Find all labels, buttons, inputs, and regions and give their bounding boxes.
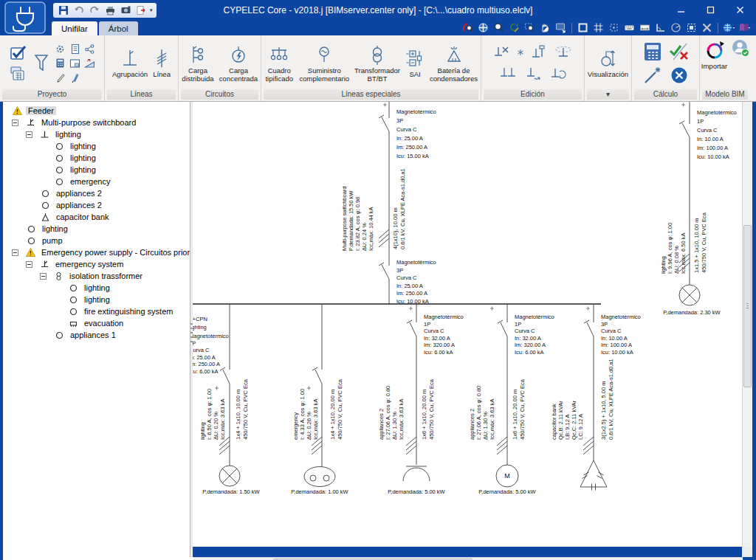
- vertical-scrollbar[interactable]: [742, 102, 752, 547]
- cancel-results-button[interactable]: [668, 66, 690, 85]
- mirror-element-icon[interactable]: [546, 64, 568, 83]
- tree-item-emergency-system[interactable]: emergency system: [3, 258, 190, 270]
- tree-item-pump[interactable]: pump: [3, 235, 190, 246]
- collapse-box[interactable]: [12, 249, 18, 256]
- svg-text:1x6 + 1x10, 20.00 m450/750 V,: 1x6 + 1x10, 20.00 m450/750 V, Cu, PVC Ec…: [421, 378, 435, 440]
- protractor-icon[interactable]: [669, 21, 683, 34]
- tree-item-capacitor-bank[interactable]: capacitor bank: [3, 211, 190, 223]
- general-data-button[interactable]: [7, 44, 30, 63]
- close-button[interactable]: [725, 0, 755, 19]
- lamp-branch-load-label: P,demandada: 2.30 kW: [663, 309, 721, 316]
- edit-pencil-icon[interactable]: [53, 71, 67, 84]
- minimize-button[interactable]: [666, 0, 695, 19]
- circuit-tree-panel: Feeder Multi-purpose switchboard lightin…: [3, 102, 190, 557]
- check-circuits-button[interactable]: [668, 42, 690, 61]
- transformador-btbt-button[interactable]: Transformador BT/BT: [353, 43, 402, 83]
- paste-special-icon[interactable]: [684, 21, 698, 34]
- suministro-complementario-button[interactable]: Suministro complementario: [298, 43, 351, 83]
- cuadro-tipificado-button[interactable]: Cuadro tipificado: [263, 43, 295, 83]
- bateria-condensadores-button[interactable]: Batería de condensadores: [428, 43, 479, 83]
- language-globe-icon[interactable]: [722, 21, 736, 34]
- tools-icon[interactable]: [700, 21, 714, 34]
- bimserver-user-avatar[interactable]: [731, 38, 750, 58]
- snap-icon[interactable]: [607, 21, 621, 34]
- frame-icon[interactable]: [576, 21, 590, 34]
- tree-item-feeder[interactable]: Feeder: [3, 105, 190, 117]
- carga-distribuida-button[interactable]: Carga distribuida: [180, 43, 216, 83]
- collapse-box[interactable]: [26, 261, 32, 268]
- collapse-box[interactable]: [12, 120, 18, 126]
- redraw-icon[interactable]: [507, 21, 521, 34]
- tree-item-multipurpose-switchboard[interactable]: Multi-purpose switchboard: [3, 117, 190, 128]
- pen-marker-icon[interactable]: [68, 71, 82, 84]
- tree-item-isolation-transformer[interactable]: isolation trassformer: [3, 270, 190, 282]
- dimension-icon[interactable]: [638, 21, 652, 34]
- tree-item-appliances2-b[interactable]: appliances 2: [3, 199, 190, 211]
- agrupacion-button[interactable]: Agrupación: [111, 46, 149, 79]
- feeder-line[interactable]: [379, 102, 389, 304]
- copy-element-icon[interactable]: [498, 64, 520, 83]
- vertical-scrollbar-thumb[interactable]: [743, 225, 752, 387]
- report-document-icon[interactable]: [68, 43, 82, 56]
- group-caption-visualizacion-arrow[interactable]: ▾: [587, 89, 629, 100]
- auto-design-wand-button[interactable]: [642, 66, 664, 85]
- carga-concentrada-button[interactable]: Carga concentrada: [218, 43, 259, 83]
- sai-button[interactable]: SAI: [404, 46, 426, 79]
- filter-button[interactable]: [32, 46, 51, 80]
- linea-button[interactable]: Línea: [151, 46, 172, 79]
- tree-item-iso-lighting-2[interactable]: lighting: [3, 294, 190, 305]
- tab-arbol[interactable]: Árbol: [99, 21, 138, 35]
- app-logo-icon[interactable]: [4, 1, 46, 34]
- collapse-box[interactable]: [40, 273, 47, 280]
- branch3-cable-label: 1x6 + 1x10, 20.00 m450/750 V, Cu, PVC Ec…: [421, 378, 435, 440]
- rotate-group-icon[interactable]: [552, 43, 574, 62]
- tree-item-evacuation[interactable]: evacuation: [3, 317, 190, 329]
- grid-icon[interactable]: [591, 21, 605, 34]
- branch5-breaker-label: Magnetotérmico3PCurva CIn: 10.00 AIm: 10…: [601, 314, 641, 356]
- tree-item-lighting-1[interactable]: lighting: [3, 140, 190, 152]
- tree-item-fire-extinguishing[interactable]: fire extinguishing system: [3, 305, 190, 317]
- keyboard-icon[interactable]: [622, 21, 636, 34]
- zoom-window-icon[interactable]: [523, 21, 537, 34]
- full-screen-icon[interactable]: [554, 21, 568, 34]
- zoom-extents-icon[interactable]: [476, 21, 490, 34]
- visualizacion-button[interactable]: Visualización: [586, 46, 630, 79]
- share-nodes-icon[interactable]: [83, 43, 97, 56]
- feeder-breaker-bottom-label: Magnetotérmico3PCurva CIn: 25.00 AIm: 25…: [396, 259, 436, 305]
- delete-element-icon[interactable]: [491, 43, 513, 62]
- tree-item-lighting-group[interactable]: lighting: [3, 128, 190, 140]
- calculator-options-icon[interactable]: [53, 57, 67, 70]
- pan-hand-icon[interactable]: [538, 21, 552, 34]
- ortho-icon[interactable]: [653, 21, 667, 34]
- move-element-icon[interactable]: [522, 64, 544, 83]
- ramp-icon[interactable]: [83, 57, 97, 70]
- tree-item-lighting-3[interactable]: lighting: [3, 164, 190, 176]
- zoom-previous-icon[interactable]: [461, 21, 475, 34]
- tree-item-emergency[interactable]: emergency: [3, 176, 190, 187]
- tree-item-emergency-power-supply[interactable]: Emergency power supply - Circuitos prior…: [3, 246, 190, 258]
- reference-star-icon[interactable]: [515, 43, 526, 62]
- window-options-icon[interactable]: [68, 57, 82, 70]
- tree-item-appliances1[interactable]: appliances 1: [3, 329, 190, 341]
- project-libraries-button[interactable]: [7, 64, 30, 83]
- ribbon-group-calculo: Cálculo: [632, 35, 700, 101]
- circuit-icon: [26, 224, 36, 234]
- zoom-scale-icon[interactable]: [492, 21, 506, 34]
- tab-unifilar[interactable]: Unifilar: [52, 21, 97, 35]
- help-book-icon[interactable]: [738, 21, 752, 34]
- tree-item-appliances2-a[interactable]: appliances 2: [3, 187, 190, 199]
- tree-item-lighting-feeder[interactable]: lighting: [3, 223, 190, 235]
- calculate-button[interactable]: [642, 42, 664, 61]
- single-line-diagram-canvas[interactable]: Magnetotérmico3PCurva CIn: 25.00 AIm: 25…: [193, 102, 742, 547]
- settings-gear-icon[interactable]: [53, 43, 67, 56]
- edit-element-icon[interactable]: [528, 43, 550, 62]
- tree-item-lighting-2[interactable]: lighting: [3, 152, 190, 164]
- busbar-icon: [39, 129, 49, 139]
- horizontal-scrollbar[interactable]: [193, 557, 743, 560]
- maximize-button[interactable]: [695, 0, 725, 19]
- svg-text:Multi-purpose switchboardP,dem: Multi-purpose switchboardP,demandada: 15…: [341, 186, 374, 251]
- feeder-cable-label: 4(1x10), 10.00 m0.6/1 kV, Cu, XLPE Aca-s…: [392, 168, 406, 249]
- importar-button[interactable]: Importar: [700, 38, 729, 71]
- tree-item-iso-lighting-1[interactable]: lighting: [3, 282, 190, 294]
- collapse-box[interactable]: [26, 131, 32, 138]
